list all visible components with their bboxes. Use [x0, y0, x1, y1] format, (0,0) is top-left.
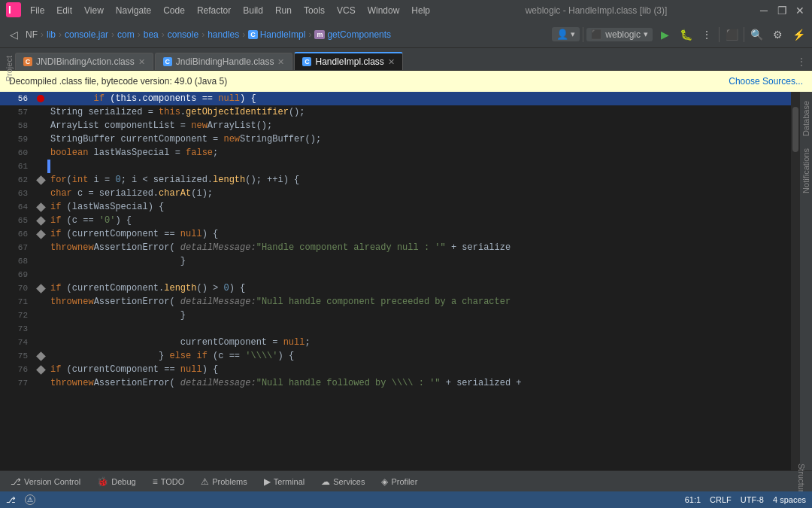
profiler-tab[interactable]: ◈ Profiler [375, 474, 423, 489]
search-button[interactable]: 🔍 [747, 26, 765, 44]
separator2 [719, 27, 720, 42]
code-line-72: } [47, 309, 791, 322]
status-left: ⎇ ⚠ [6, 494, 676, 505]
menu-vcs[interactable]: VCS [332, 4, 360, 17]
menu-file[interactable]: File [26, 4, 49, 17]
menu-window[interactable]: Window [363, 4, 404, 17]
breadcrumb-com[interactable]: com [117, 29, 135, 40]
cursor-position[interactable]: 61:1 [685, 495, 701, 504]
database-tab[interactable]: Database [800, 95, 812, 142]
tab-close-impl[interactable]: ✕ [388, 57, 395, 67]
menu-help[interactable]: Help [407, 4, 435, 17]
diamond-62 [36, 175, 46, 185]
encoding[interactable]: UTF-8 [741, 495, 764, 504]
restore-button[interactable]: ❐ [776, 5, 788, 17]
breadcrumb-class[interactable]: HandleImpl [260, 29, 306, 40]
code-content[interactable]: if (this.components == null) { String se… [47, 92, 791, 470]
gutter-57 [34, 105, 47, 119]
terminal-icon: ▶ [264, 476, 271, 487]
tabs-more-button[interactable]: ⋮ [791, 53, 812, 70]
menu-tools[interactable]: Tools [299, 4, 329, 17]
tab-icon-impl: C [302, 57, 311, 66]
breadcrumb-handles[interactable]: handles [208, 29, 239, 40]
services-label: Services [333, 477, 365, 486]
settings-button[interactable]: ⚙ [768, 26, 786, 44]
code-line-69 [47, 268, 791, 281]
bottom-toolbar: ⎇ Version Control 🐞 Debug ≡ TODO ⚠ Probl… [0, 470, 812, 491]
problems-tab[interactable]: ⚠ Problems [195, 474, 253, 489]
tab-close-jndi[interactable]: ✕ [138, 57, 145, 67]
gutter-69 [34, 268, 47, 281]
breadcrumb-class-icon: C [248, 30, 258, 39]
gutter-68 [34, 254, 47, 268]
scroll-thumb[interactable] [792, 107, 798, 152]
tab-jndi-binding-handle[interactable]: C JndiBindingHandle.class ✕ [155, 53, 293, 70]
breadcrumb-jar[interactable]: console.jar [65, 29, 108, 40]
back-button[interactable]: ◁ [5, 26, 23, 44]
menu-view[interactable]: View [80, 4, 108, 17]
debug-tab[interactable]: 🐞 Debug [91, 474, 141, 489]
line-num-69: 69 [0, 268, 34, 281]
debug-button[interactable]: 🐛 [677, 26, 695, 44]
tab-close-handle[interactable]: ✕ [277, 57, 284, 67]
minimize-button[interactable]: ─ [758, 5, 770, 17]
right-sidebar: Database Notifications [800, 92, 812, 470]
avatar-chevron: ▾ [571, 29, 575, 39]
gutter-60 [34, 146, 47, 160]
run-button[interactable]: ▶ [656, 26, 674, 44]
code-line-61 [47, 160, 791, 173]
status-right: 61:1 CRLF UTF-8 4 spaces [685, 495, 806, 504]
version-control-tab[interactable]: ⎇ Version Control [5, 474, 86, 489]
code-line-56: if (this.components == null) { [47, 92, 791, 105]
menu-run[interactable]: Run [271, 4, 296, 17]
debug-label: Debug [111, 477, 135, 486]
services-tab[interactable]: ☁ Services [315, 474, 371, 489]
notifications-button[interactable]: ⚡ [789, 26, 807, 44]
code-line-62: for(int i = 0; i < serialized.length(); … [47, 173, 791, 187]
code-line-59: StringBuffer currentComponent = new Stri… [47, 132, 791, 146]
menu-navigate[interactable]: Navigate [111, 4, 156, 17]
gutter-76 [34, 363, 47, 376]
menu-refactor[interactable]: Refactor [192, 4, 235, 17]
run-config-chevron: ▾ [644, 29, 648, 39]
tab-handle-impl[interactable]: C HandleImpl.class ✕ [294, 52, 402, 70]
title-bar: I File Edit View Navigate Code Refactor … [0, 0, 812, 21]
line-num-57: 57 [0, 105, 34, 119]
project-panel-toggle[interactable]: Project [3, 48, 15, 70]
line-num-59: 59 [0, 132, 34, 146]
notifications-tab[interactable]: Notifications [800, 142, 812, 199]
project-tab-label[interactable]: Project [3, 51, 15, 86]
diamond-75 [36, 351, 46, 361]
choose-sources-link[interactable]: Choose Sources... [729, 76, 803, 87]
editor-scrollbar[interactable] [791, 92, 800, 470]
debug-icon: 🐞 [97, 476, 108, 487]
breadcrumb-lib[interactable]: lib [47, 29, 56, 40]
code-line-73 [47, 322, 791, 336]
todo-tab[interactable]: ≡ TODO [147, 474, 191, 489]
line-ending[interactable]: CRLF [710, 495, 732, 504]
menu-edit[interactable]: Edit [52, 4, 77, 17]
menu-code[interactable]: Code [159, 4, 189, 17]
line-num-70: 70 [0, 281, 34, 295]
run-config-button[interactable]: ⬛ weblogic ▾ [586, 28, 653, 41]
terminal-tab[interactable]: ▶ Terminal [258, 474, 311, 489]
breadcrumb-bea[interactable]: bea [144, 29, 159, 40]
profiler-icon: ◈ [381, 476, 388, 487]
more-run-button[interactable]: ⋮ [698, 26, 716, 44]
line-num-77: 77 [0, 376, 34, 390]
todo-icon: ≡ [153, 476, 158, 487]
gutter-73 [34, 322, 47, 336]
close-button[interactable]: ✕ [794, 5, 806, 17]
terminal-label: Terminal [274, 477, 305, 486]
line-num-60: 60 [0, 146, 34, 160]
line-num-76: 76 [0, 363, 34, 376]
window-controls: ─ ❐ ✕ [758, 5, 806, 17]
menu-build[interactable]: Build [238, 4, 268, 17]
avatar-button[interactable]: 👤 ▾ [552, 27, 580, 41]
stop-button[interactable]: ⬛ [723, 26, 741, 44]
diamond-66 [36, 230, 46, 239]
tab-jndi-binding-action[interactable]: C JNDIBindingAction.class ✕ [15, 53, 153, 70]
breadcrumb-console[interactable]: console [168, 29, 198, 40]
breadcrumb: NF › lib › console.jar › com › bea › con… [26, 29, 549, 40]
indent-info[interactable]: 4 spaces [773, 495, 806, 504]
